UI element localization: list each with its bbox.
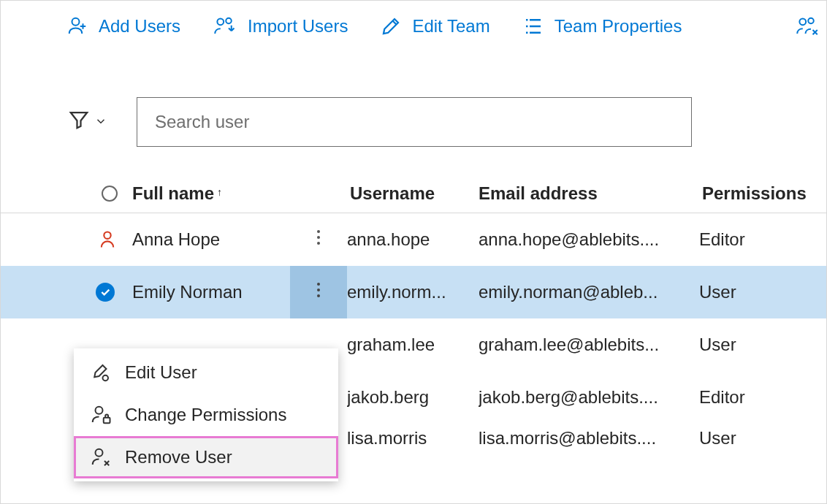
person-lock-icon (90, 404, 112, 426)
column-header-email[interactable]: Email address (479, 183, 702, 204)
filter-row (1, 52, 826, 147)
username-cell: graham.lee (347, 335, 479, 355)
add-users-button[interactable]: Add Users (66, 15, 180, 37)
search-input[interactable] (137, 97, 692, 147)
table-row[interactable]: Anna Hope anna.hope anna.hope@ablebits..… (1, 213, 826, 266)
permissions-cell: User (699, 428, 826, 448)
username-cell: jakob.berg (347, 387, 479, 408)
svg-point-3 (799, 18, 806, 25)
column-header-permissions[interactable]: Permissions (702, 183, 826, 204)
team-remove-button[interactable] (794, 15, 826, 37)
svg-point-2 (226, 18, 232, 24)
email-cell: emily.norman@ableb... (479, 282, 699, 302)
svg-point-9 (317, 283, 320, 286)
team-properties-label: Team Properties (554, 16, 682, 37)
edit-team-button[interactable]: Edit Team (380, 15, 489, 37)
email-cell: jakob.berg@ablebits.... (479, 387, 699, 408)
permissions-cell: Editor (699, 229, 826, 250)
username-cell: lisa.morris (347, 428, 479, 448)
row-actions-button[interactable] (290, 213, 347, 266)
svg-point-8 (317, 242, 320, 245)
column-header-full-name[interactable]: Full name ↑ (132, 183, 350, 204)
row-actions-button[interactable] (290, 266, 347, 318)
person-remove-icon (90, 446, 112, 468)
column-header-username[interactable]: Username (350, 183, 479, 204)
table-row[interactable]: Emily Norman emily.norm... emily.norman@… (1, 266, 826, 318)
permissions-cell: User (699, 282, 826, 302)
email-cell: lisa.morris@ablebits.... (479, 428, 699, 448)
more-vertical-icon (316, 229, 321, 251)
edit-team-label: Edit Team (412, 16, 489, 37)
svg-point-18 (96, 449, 103, 457)
person-plus-icon (66, 15, 88, 37)
checked-circle-icon (96, 283, 115, 302)
list-properties-icon (522, 15, 544, 37)
menu-item-label: Edit User (125, 362, 197, 383)
email-cell: anna.hope@ablebits.... (479, 229, 699, 250)
select-all-radio[interactable] (102, 186, 118, 202)
svg-point-15 (103, 375, 109, 381)
menu-item-label: Change Permissions (125, 405, 286, 425)
chevron-down-icon (94, 112, 107, 132)
svg-point-6 (317, 230, 320, 233)
svg-point-16 (96, 407, 103, 414)
pencil-icon (380, 15, 402, 37)
svg-rect-17 (104, 418, 110, 424)
team-properties-button[interactable]: Team Properties (522, 15, 682, 37)
add-users-label: Add Users (99, 16, 180, 37)
funnel-icon (68, 109, 90, 135)
menu-item-remove-user[interactable]: Remove User (74, 436, 338, 478)
svg-point-4 (808, 18, 814, 24)
svg-point-11 (317, 294, 320, 297)
row-select-cell[interactable] (1, 283, 132, 302)
svg-point-0 (72, 18, 80, 26)
permissions-cell: User (699, 335, 826, 355)
svg-point-5 (104, 232, 110, 239)
svg-point-1 (217, 18, 224, 25)
people-remove-icon (794, 15, 820, 37)
menu-item-label: Remove User (125, 447, 232, 467)
svg-point-7 (317, 236, 320, 239)
menu-item-change-permissions[interactable]: Change Permissions (74, 394, 338, 436)
more-vertical-icon (316, 281, 321, 303)
menu-item-edit-user[interactable]: Edit User (74, 351, 338, 394)
person-icon (97, 229, 118, 250)
username-cell: anna.hope (347, 229, 479, 250)
people-import-icon (213, 15, 237, 37)
import-users-label: Import Users (248, 16, 348, 37)
toolbar: Add Users Import Users Edit Team (1, 1, 826, 52)
full-name-cell: Anna Hope (132, 229, 290, 250)
row-select-cell[interactable] (1, 229, 132, 250)
email-cell: graham.lee@ablebits... (479, 335, 699, 355)
import-users-button[interactable]: Import Users (213, 15, 348, 37)
svg-point-10 (317, 289, 320, 291)
filter-button[interactable] (68, 109, 107, 135)
username-cell: emily.norm... (347, 282, 479, 302)
table-header: Full name ↑ Username Email address Permi… (1, 147, 826, 213)
permissions-cell: Editor (699, 387, 826, 408)
full-name-cell: Emily Norman (132, 282, 290, 302)
edit-user-icon (90, 362, 112, 383)
sort-asc-icon: ↑ (217, 187, 222, 197)
row-context-menu: Edit User Change Permissions Remove User (74, 348, 338, 481)
